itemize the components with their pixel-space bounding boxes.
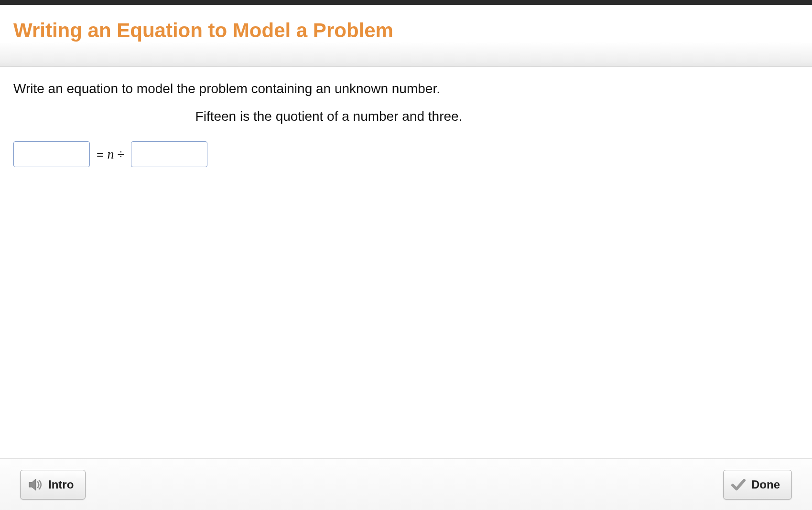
problem-statement: Fifteen is the quotient of a number and … bbox=[13, 109, 644, 124]
equation-middle-text: = n ÷ bbox=[95, 147, 126, 162]
footer-bar: Intro Done bbox=[0, 458, 812, 510]
equation-row: = n ÷ bbox=[13, 141, 799, 167]
content-area: Write an equation to model the problem c… bbox=[0, 67, 812, 458]
intro-button-label: Intro bbox=[48, 478, 74, 491]
header-band: Writing an Equation to Model a Problem bbox=[0, 5, 812, 67]
check-icon bbox=[730, 477, 747, 493]
prompt-text: Write an equation to model the problem c… bbox=[13, 81, 799, 96]
intro-button[interactable]: Intro bbox=[20, 470, 86, 499]
page-title: Writing an Equation to Model a Problem bbox=[13, 19, 799, 42]
done-button-label: Done bbox=[751, 478, 780, 491]
speaker-icon bbox=[27, 477, 43, 493]
equation-right-input[interactable] bbox=[131, 141, 207, 167]
done-button[interactable]: Done bbox=[723, 470, 792, 499]
window-top-strip bbox=[0, 0, 812, 5]
equation-left-input[interactable] bbox=[13, 141, 90, 167]
